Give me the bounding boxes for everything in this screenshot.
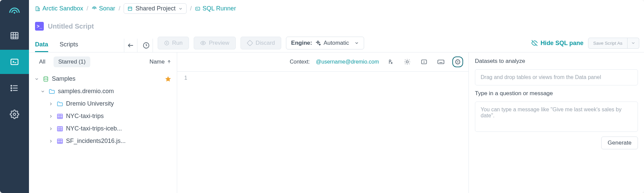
breadcrumb-sep: / <box>190 5 192 12</box>
product-logo <box>6 4 23 22</box>
chevron-right-icon[interactable] <box>49 139 54 144</box>
chevron-right-icon[interactable] <box>49 126 54 131</box>
svg-marker-25 <box>166 42 168 44</box>
filter-starred[interactable]: Starred (1) <box>54 56 90 67</box>
sonar-icon <box>92 6 97 11</box>
arrow-up-icon <box>167 60 171 64</box>
tree-item[interactable]: NYC-taxi-trips <box>32 110 174 122</box>
svg-line-55 <box>405 64 406 64</box>
svg-line-70 <box>456 60 457 61</box>
svg-line-73 <box>456 63 457 64</box>
chevron-down-icon[interactable] <box>34 77 40 81</box>
line-gutter: 1 <box>177 72 191 193</box>
hide-sql-pane-button[interactable]: Hide SQL pane <box>531 40 584 47</box>
tree-item[interactable]: NYC-taxi-trips-iceb... <box>32 122 174 135</box>
svg-rect-37 <box>58 126 63 131</box>
svg-line-54 <box>409 60 409 60</box>
svg-point-65 <box>457 61 458 62</box>
star-icon[interactable] <box>165 76 171 82</box>
table-icon <box>57 125 63 132</box>
keyboard-shortcuts-icon[interactable] <box>436 56 446 67</box>
tab-scripts[interactable]: Scripts <box>60 38 78 52</box>
tab-data[interactable]: Data <box>35 38 48 52</box>
code-editor[interactable]: 1 <box>177 72 469 193</box>
svg-point-17 <box>94 8 95 9</box>
ai-assist-icon[interactable] <box>452 56 463 67</box>
sparkle-icon <box>315 40 321 46</box>
chevron-down-icon <box>354 41 359 45</box>
eye-off-icon <box>531 40 538 46</box>
save-script-dropdown-button[interactable] <box>627 38 639 49</box>
question-heading: Type in a question or message <box>475 90 638 97</box>
breadcrumb-space[interactable]: Sonar <box>92 5 115 12</box>
code-area[interactable] <box>191 72 469 193</box>
sort-button[interactable]: Name <box>150 59 171 65</box>
rail-datasets-icon[interactable] <box>0 24 29 48</box>
breadcrumb: Arctic Sandbox / Sonar / Shared Project … <box>29 0 644 16</box>
svg-rect-32 <box>58 114 63 118</box>
main-column: Arctic Sandbox / Sonar / Shared Project … <box>29 0 644 193</box>
svg-marker-31 <box>165 76 171 81</box>
collapse-panel-button[interactable] <box>124 39 137 52</box>
svg-text:A: A <box>423 61 425 64</box>
tree-item-label: samples.dremio.com <box>58 88 114 95</box>
script-title[interactable]: Untitled Script <box>48 23 94 30</box>
breadcrumb-org[interactable]: Arctic Sandbox <box>35 5 83 12</box>
discard-button[interactable]: Discard <box>240 37 282 49</box>
tabs-toolbar-row: Data Scripts Run Preview <box>29 37 644 52</box>
chevron-right-icon[interactable] <box>49 114 54 119</box>
generate-button[interactable]: Generate <box>601 137 638 149</box>
autocomplete-icon[interactable]: A <box>419 56 429 67</box>
preview-button[interactable]: Preview <box>194 37 235 49</box>
breadcrumb-page[interactable]: SQL Runner <box>195 5 236 12</box>
tree-item-label: SF_incidents2016.js... <box>66 138 126 145</box>
svg-rect-42 <box>58 139 63 143</box>
play-icon <box>164 40 169 46</box>
engine-selector[interactable]: Engine: Automatic <box>286 37 364 49</box>
svg-rect-58 <box>438 60 444 64</box>
theme-toggle-icon[interactable] <box>402 56 413 67</box>
save-script-split-button: Save Script As <box>588 38 639 49</box>
chevron-down-icon[interactable] <box>40 89 46 94</box>
tree-item[interactable]: samples.dremio.com <box>32 85 174 98</box>
datasets-heading: Datasets to analyze <box>475 58 638 65</box>
history-button[interactable] <box>139 39 153 52</box>
context-value[interactable]: @username@dremio.com <box>316 59 379 65</box>
data-panel-filters: All Starred (1) Name <box>29 52 177 71</box>
tree-item[interactable]: SF_incidents2016.js... <box>32 135 174 147</box>
rail-jobs-icon[interactable] <box>0 76 29 100</box>
folder-icon <box>49 88 55 95</box>
discard-icon <box>247 40 253 46</box>
breadcrumb-project-selector[interactable]: Shared Project <box>124 3 187 14</box>
app-shell: Arctic Sandbox / Sonar / Shared Project … <box>0 0 644 193</box>
svg-rect-15 <box>36 7 38 11</box>
svg-point-0 <box>14 12 15 14</box>
svg-point-26 <box>202 42 204 44</box>
chevron-down-icon <box>178 6 183 11</box>
svg-point-12 <box>11 88 12 89</box>
function-icon[interactable] <box>385 56 396 67</box>
eye-icon <box>200 40 206 46</box>
svg-point-13 <box>11 90 12 91</box>
svg-line-52 <box>405 60 406 60</box>
svg-rect-27 <box>247 40 253 46</box>
svg-point-30 <box>44 76 48 78</box>
body-panes: All Starred (1) Name Samplessamples.drem… <box>29 52 644 193</box>
chevron-right-icon[interactable] <box>49 102 54 106</box>
project-icon <box>127 6 133 11</box>
svg-point-47 <box>406 61 409 63</box>
tree-item[interactable]: Samples <box>32 73 174 85</box>
question-input[interactable]: You can type a message like "Give me las… <box>475 102 638 132</box>
breadcrumb-sep: / <box>87 5 88 12</box>
org-icon <box>35 6 40 11</box>
sql-icon <box>195 6 200 11</box>
rail-settings-icon[interactable] <box>0 102 29 126</box>
datasets-drop-area[interactable]: Drag and drop tables or views from the D… <box>475 69 638 85</box>
save-script-as-button[interactable]: Save Script As <box>588 38 627 49</box>
tree-item[interactable]: Dremio University <box>32 98 174 110</box>
filter-all[interactable]: All <box>34 56 50 67</box>
rail-sql-runner-icon[interactable] <box>0 50 29 74</box>
svg-line-72 <box>459 60 459 61</box>
run-button[interactable]: Run <box>158 37 189 49</box>
table-icon <box>57 113 63 120</box>
